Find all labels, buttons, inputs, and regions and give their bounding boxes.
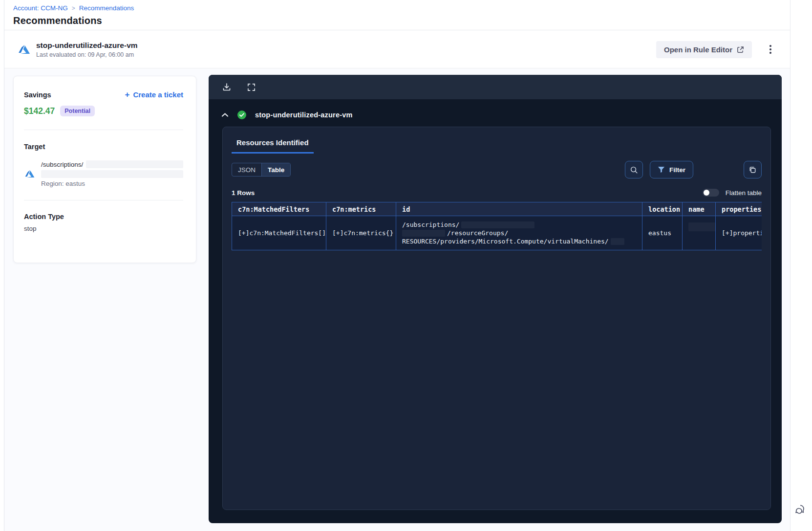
savings-label: Savings [24, 91, 51, 99]
toggle-knob [704, 190, 709, 196]
rule-execution-panel: stop-underutilized-azure-vm Resources Id… [209, 75, 782, 523]
open-in-rule-editor-button[interactable]: Open in Rule Editor [656, 41, 752, 58]
download-icon [222, 82, 232, 92]
azure-logo-icon [17, 43, 31, 56]
filter-button[interactable]: Filter [650, 161, 693, 178]
cell-properties[interactable]: [+]properties{} [716, 216, 762, 250]
flatten-table-toggle[interactable] [703, 189, 719, 197]
filter-icon [658, 166, 665, 173]
rule-header-text: stop-underutilized-azure-vm Last evaluat… [36, 41, 138, 58]
card-divider [24, 130, 183, 130]
copy-button[interactable] [744, 161, 762, 178]
cell-location: eastus [642, 216, 683, 250]
rule-options-menu-button[interactable] [764, 43, 777, 56]
target-path: /subscriptions/ [41, 161, 83, 168]
breadcrumb-recommendations-link[interactable]: Recommendations [79, 4, 134, 12]
column-header-properties: properties [716, 202, 762, 216]
table-controls: JSON Table Filter [232, 161, 762, 178]
view-json-button[interactable]: JSON [232, 163, 262, 176]
fullscreen-icon [247, 83, 256, 92]
card-divider [24, 200, 183, 200]
external-link-icon [737, 46, 744, 53]
execution-rule-name: stop-underutilized-azure-vm [255, 111, 353, 119]
recommendation-summary-card: Savings + Create a ticket $142.47 Potent… [13, 76, 196, 263]
copy-icon [748, 166, 757, 174]
chevron-up-icon [221, 112, 229, 117]
target-row: /subscriptions/ Region: eastus [24, 160, 183, 187]
savings-amount: $142.47 [24, 106, 55, 116]
action-type-label: Action Type [24, 213, 183, 221]
top-bar: Account: CCM-NG > Recommendations Recomm… [4, 0, 790, 30]
resources-panel: Resources Identified JSON Table [222, 127, 771, 510]
resources-table-container[interactable]: c7n:MatchedFilters c7n:metrics id locati… [232, 202, 762, 250]
page-body: Savings + Create a ticket $142.47 Potent… [4, 69, 790, 531]
rule-last-evaluated: Last evaluated on: 09 Apr, 06:00 am [36, 51, 138, 58]
id-line-1: /subscriptions/ [402, 221, 459, 229]
redacted-id-segment [461, 221, 534, 228]
plus-icon: + [125, 90, 130, 99]
column-header-id: id [396, 202, 642, 216]
breadcrumb: Account: CCM-NG > Recommendations [13, 4, 790, 12]
azure-target-icon [24, 168, 35, 179]
right-rail-divider [790, 0, 791, 531]
search-button[interactable] [625, 161, 643, 178]
execution-section-header: stop-underutilized-azure-vm [209, 110, 782, 120]
tab-resources-identified[interactable]: Resources Identified [232, 134, 314, 154]
column-header-name: name [683, 202, 716, 216]
target-label: Target [24, 143, 183, 151]
redacted-target-line [41, 170, 183, 178]
flatten-table-control: Flatten table [703, 189, 762, 197]
cell-metrics[interactable]: [+]c7n:metrics{} [326, 216, 396, 250]
download-button[interactable] [222, 82, 232, 92]
search-icon [630, 166, 638, 174]
cell-name [683, 216, 716, 250]
cell-id: /subscriptions/ /resourceGroups/ RESOURC… [396, 216, 642, 250]
target-region: Region: eastus [41, 180, 183, 187]
cell-matched-filters[interactable]: [+]c7n:MatchedFilters[] [232, 216, 326, 250]
redacted-id-segment [402, 230, 445, 237]
redacted-id-segment [611, 238, 624, 245]
action-type-value: stop [24, 225, 183, 232]
view-mode-segmented-control: JSON Table [232, 163, 291, 177]
create-ticket-button[interactable]: + Create a ticket [125, 90, 184, 99]
rows-count: 1 Rows [232, 189, 255, 197]
open-in-rule-editor-label: Open in Rule Editor [664, 45, 732, 54]
table-row: [+]c7n:MatchedFilters[] [+]c7n:metrics{}… [232, 216, 762, 250]
flatten-table-label: Flatten table [726, 189, 762, 197]
savings-potential-badge: Potential [60, 106, 95, 116]
rule-name: stop-underutilized-azure-vm [36, 41, 138, 50]
breadcrumb-account-link[interactable]: Account: CCM-NG [13, 4, 68, 12]
rule-header: stop-underutilized-azure-vm Last evaluat… [4, 31, 790, 68]
filter-label: Filter [669, 166, 685, 174]
breadcrumb-separator: > [72, 5, 75, 12]
view-table-button[interactable]: Table [262, 163, 290, 176]
table-header-row: c7n:MatchedFilters c7n:metrics id locati… [232, 202, 762, 216]
column-header-metrics: c7n:metrics [326, 202, 396, 216]
help-chat-button[interactable] [793, 502, 809, 518]
tab-bar: Resources Identified [232, 127, 762, 154]
table-meta-row: 1 Rows Flatten table [232, 189, 762, 197]
redacted-subscription-id [86, 160, 183, 168]
create-ticket-label: Create a ticket [133, 90, 183, 99]
id-line-2: /resourceGroups/ [447, 229, 508, 237]
fullscreen-button[interactable] [247, 83, 256, 92]
resources-table: c7n:MatchedFilters c7n:metrics id locati… [232, 202, 762, 250]
id-line-3: RESOURCES/providers/Microsoft.Compute/vi… [402, 237, 609, 245]
panel-toolbar [209, 75, 782, 99]
collapse-section-button[interactable] [221, 112, 229, 117]
column-header-location: location [642, 202, 683, 216]
recommendations-page: Account: CCM-NG > Recommendations Recomm… [0, 0, 812, 531]
success-check-icon [237, 110, 247, 120]
redacted-name [688, 222, 716, 231]
page-title: Recommendations [13, 15, 790, 26]
chat-icon [794, 502, 809, 517]
column-header-matched-filters: c7n:MatchedFilters [232, 202, 326, 216]
